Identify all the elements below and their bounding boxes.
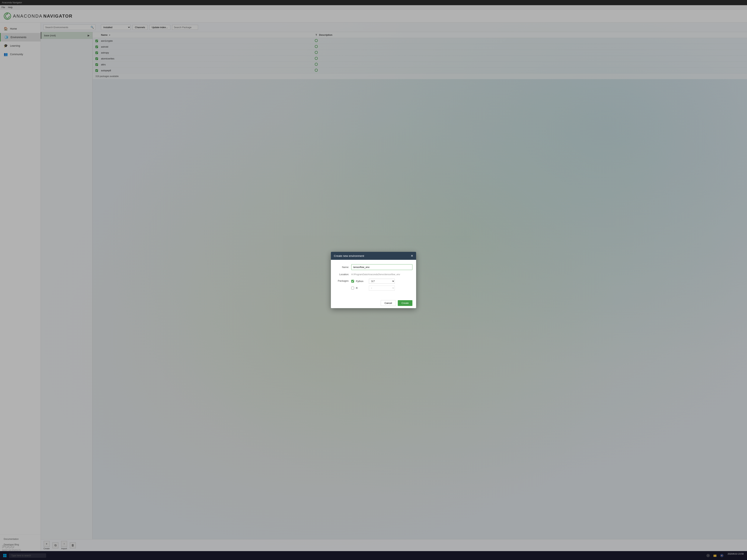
env-name-input[interactable] [351, 264, 412, 270]
python-option: Python 2.7 3.5 3.6 3.7 3.8 [351, 279, 395, 284]
location-label: Location: [335, 273, 351, 276]
create-button[interactable]: Create [398, 300, 412, 306]
modal-packages-field: Packages: Python 2.7 3.5 3.6 3.7 3.8 [335, 279, 412, 291]
name-label: Name: [335, 266, 351, 268]
modal-footer: Cancel Create [331, 298, 416, 308]
modal-body: Name: Location: H:\ProgramData\Anaconda3… [331, 260, 416, 298]
location-value: H:\ProgramData\Anaconda3\envs\tensorflow… [351, 273, 412, 276]
r-option: R r r-3.5 r-3.6 [351, 286, 395, 291]
r-label: R [356, 287, 367, 289]
python-label: Python [356, 280, 367, 283]
create-environment-modal: Create new environment ✕ Name: Location:… [331, 252, 416, 308]
r-checkbox[interactable] [351, 287, 354, 289]
modal-close-button[interactable]: ✕ [411, 254, 413, 258]
r-version-select[interactable]: r r-3.5 r-3.6 [369, 286, 395, 291]
modal-title: Create new environment [334, 254, 364, 258]
cancel-button[interactable]: Cancel [381, 300, 396, 306]
modal-name-field: Name: [335, 264, 412, 270]
python-checkbox[interactable] [351, 280, 354, 283]
modal-location-field: Location: H:\ProgramData\Anaconda3\envs\… [335, 273, 412, 276]
modal-overlay: Create new environment ✕ Name: Location:… [0, 0, 747, 560]
packages-label: Packages: [335, 279, 351, 282]
packages-options: Python 2.7 3.5 3.6 3.7 3.8 R r [351, 279, 395, 291]
modal-header: Create new environment ✕ [331, 252, 416, 260]
python-version-select[interactable]: 2.7 3.5 3.6 3.7 3.8 [369, 279, 395, 284]
